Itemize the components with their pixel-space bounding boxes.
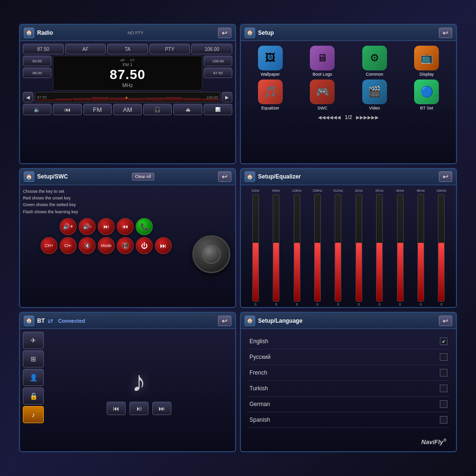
radio-freq-slider[interactable]: 87.50 ▲ 108.00 [35, 92, 220, 102]
setup-home-icon[interactable]: 🏠 [245, 28, 255, 38]
swc-vol-down-btn[interactable]: 🔊- [79, 218, 96, 235]
radio-am-mode-btn[interactable]: AM [113, 104, 142, 115]
radio-ta-btn[interactable]: TA [107, 44, 148, 54]
lang-russian[interactable]: Русский [248, 349, 449, 365]
eq-track-4[interactable] [314, 194, 321, 302]
radio-left-freq-1[interactable]: 90.00 [23, 56, 51, 66]
swc-home-icon[interactable]: 🏠 [24, 171, 34, 182]
language-home-icon[interactable]: 🏠 [245, 316, 255, 326]
radio-panel: 🏠 Radio NO PTY ↩ 87.50 AF TA PTY 106.00 … [19, 24, 236, 164]
eq-fill-2 [273, 243, 279, 302]
eq-home-icon[interactable]: 🏠 [245, 171, 255, 182]
radio-back-button[interactable]: ↩ [218, 28, 231, 38]
eq-track-2[interactable] [273, 194, 279, 302]
bt-next-btn[interactable]: ⏭ [152, 402, 171, 415]
lang-spanish-label: Spanish [249, 416, 270, 423]
radio-fm-mode-btn[interactable]: FM [83, 104, 112, 115]
lang-english-checkbox[interactable]: ✔ [440, 337, 447, 345]
lang-spanish-checkbox[interactable] [440, 416, 447, 424]
bt-lock-btn[interactable]: 🔒 [23, 387, 44, 405]
radio-af-btn[interactable]: AF [65, 44, 106, 54]
swc-ch-minus-btn[interactable]: CH- [60, 237, 77, 254]
radio-home-icon[interactable]: 🏠 [24, 28, 34, 38]
setup-video-item[interactable]: 🎬 Video [350, 79, 399, 110]
bt-play-pause-btn[interactable]: ⏯ [129, 402, 149, 415]
radio-right-freq-1[interactable]: 108.00 [204, 56, 232, 66]
swc-prev-btn[interactable]: ⏮ [117, 218, 134, 235]
radio-freq-106[interactable]: 106.00 [191, 44, 232, 54]
eq-track-1[interactable] [252, 194, 259, 302]
radio-eq-btn[interactable]: 📊 [204, 104, 232, 115]
setup-swc-item[interactable]: 🎮 SWC [298, 79, 347, 110]
bt-status-label: Connected [58, 318, 85, 324]
setup-wallpaper-item[interactable]: 🖼 Wallpaper [246, 46, 295, 77]
radio-freq-87[interactable]: 87.50 [23, 44, 64, 54]
radio-prev-btn[interactable]: ◀ [23, 92, 33, 102]
eq-track-6[interactable] [356, 194, 362, 302]
bt-music-btn[interactable]: ♪ [23, 406, 44, 423]
setup-btset-item[interactable]: 🔵 BT Set [402, 79, 452, 110]
setup-next-next-btn[interactable]: ▶▶▶▶▶▶ [356, 115, 379, 120]
bootlogo-icon: 🖥 [310, 46, 335, 70]
lang-turkish[interactable]: Turkish [248, 381, 449, 397]
eq-track-5[interactable] [335, 194, 341, 302]
swc-mode-btn[interactable]: Mode [98, 237, 115, 254]
setup-prev-prev-btn[interactable]: ◀◀◀◀◀◀ [318, 115, 341, 120]
radio-prev-track-btn[interactable]: ⏮ [53, 104, 81, 115]
radio-left-freqs: 90.00 98.00 [23, 56, 51, 90]
lang-german[interactable]: German [248, 397, 449, 412]
screen-grid: 🏠 Radio NO PTY ↩ 87.50 AF TA PTY 106.00 … [0, 0, 476, 476]
lang-spanish[interactable]: Spanish [248, 412, 449, 428]
radio-left-freq-2[interactable]: 98.00 [23, 68, 51, 78]
swc-next-btn[interactable]: ⏭ [98, 218, 115, 235]
radio-eject-btn[interactable]: ⏏ [173, 104, 202, 115]
swc-back-button[interactable]: ↩ [218, 171, 231, 182]
setup-back-button[interactable]: ↩ [439, 28, 452, 38]
bt-user-btn[interactable]: 👤 [23, 369, 44, 386]
eq-back-button[interactable]: ↩ [439, 171, 452, 182]
eq-track-7[interactable] [376, 194, 383, 302]
btset-label: BT Set [420, 106, 433, 110]
setup-eq-item[interactable]: 🎵 Equalizer [246, 79, 295, 110]
eq-preset-buttons: User Flat Pop Rock Jazz Class ⏭ [244, 307, 453, 308]
swc-info-4: Flash shows the learning key [23, 208, 232, 215]
bt-phone-btn[interactable]: ✈ [23, 332, 44, 349]
radio-headphone-btn[interactable]: 🎧 [143, 104, 172, 115]
eq-track-8[interactable] [397, 194, 404, 302]
bt-back-button[interactable]: ↩ [218, 316, 231, 326]
bt-home-icon[interactable]: 🏠 [24, 316, 34, 326]
swc-vol-up-btn[interactable]: 🔊+ [60, 218, 77, 235]
lang-french[interactable]: French [248, 365, 449, 381]
lang-russian-checkbox[interactable] [440, 353, 447, 361]
lang-german-checkbox[interactable] [440, 400, 447, 408]
setup-bootlogo-item[interactable]: 🖥 Boot Logo [298, 46, 347, 77]
eq-freq-2k: 2KHz [369, 189, 389, 192]
swc-ch-plus-btn[interactable]: CH+ [40, 237, 58, 254]
setup-display-item[interactable]: 📺 Display [402, 46, 452, 77]
radio-volume-btn[interactable]: 🔈 [23, 104, 51, 115]
swc-clear-all-button[interactable]: Clear All [132, 173, 155, 180]
eq-track-9[interactable] [417, 194, 424, 302]
swc-accept-call-btn[interactable]: 📞 [136, 218, 153, 235]
eq-fill-1 [253, 243, 258, 302]
radio-right-freq-2[interactable]: 87.50 [204, 68, 232, 78]
eq-freq-512: 512Hz [328, 189, 348, 192]
bt-prev-btn[interactable]: ⏮ [107, 402, 126, 415]
language-back-button[interactable]: ↩ [439, 316, 452, 326]
eq-track-3[interactable] [294, 194, 300, 302]
swc-power-btn[interactable]: ⏻ [136, 237, 153, 254]
swc-end-call-btn[interactable]: 📵 [117, 237, 134, 254]
eq-slider-5: 0 [328, 194, 348, 307]
lang-english[interactable]: English ✔ [248, 334, 449, 349]
radio-pty-btn[interactable]: PTY [149, 44, 190, 54]
lang-french-checkbox[interactable] [440, 369, 447, 377]
radio-fm-label: FM 1 [123, 62, 133, 67]
setup-common-item[interactable]: ⚙ Common [350, 46, 399, 77]
swc-mute-btn[interactable]: 🔇 [79, 237, 96, 254]
eq-bar-1 [36, 99, 54, 101]
swc-skip-btn[interactable]: ⏭ [155, 237, 172, 254]
eq-track-10[interactable] [438, 194, 445, 302]
radio-next-btn[interactable]: ▶ [222, 92, 232, 102]
bt-contacts-btn[interactable]: ⊞ [23, 350, 44, 367]
lang-turkish-checkbox[interactable] [440, 385, 447, 392]
